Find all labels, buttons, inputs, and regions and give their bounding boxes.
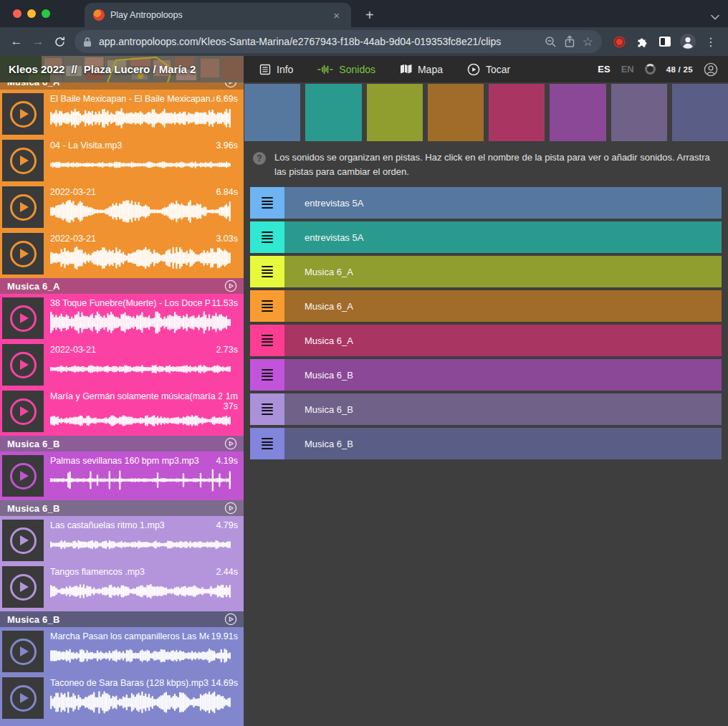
clip-play-button[interactable] (2, 520, 44, 561)
play-section-icon[interactable] (224, 437, 237, 450)
browser-menu-icon[interactable]: ⋮ (699, 30, 722, 53)
new-tab-button[interactable]: + (361, 8, 378, 22)
clip-duration: 14.69s (211, 678, 238, 688)
track-name-button[interactable]: Musica 6_B (284, 393, 722, 425)
track-row[interactable]: Musica 6_A (250, 256, 722, 287)
forward-button[interactable]: → (27, 31, 49, 52)
drag-handle-icon[interactable] (250, 359, 284, 391)
breadcrumb-project[interactable]: Kleos 2022 (9, 63, 64, 75)
bookmark-star-icon[interactable]: ☆ (583, 36, 593, 48)
clip-play-button[interactable] (2, 233, 44, 274)
play-circle-icon (467, 63, 480, 76)
clip[interactable]: 2022-03-21 6.84s (2, 185, 241, 229)
track-swatch[interactable] (367, 84, 423, 141)
clip[interactable]: 04 - La Visita.mp3 3.96s (2, 138, 241, 183)
track-swatch[interactable] (428, 84, 484, 141)
track-row[interactable]: Musica 6_A (250, 325, 722, 356)
clip[interactable]: 2022-03-21 3.03s (2, 231, 241, 276)
clip[interactable]: Palmas sevillanas 160 bpm mp3.mp3 4.19s (2, 454, 241, 498)
track-name-button[interactable]: Musica 6_A (284, 325, 722, 356)
zoom-out-icon[interactable] (545, 36, 557, 48)
track-swatch[interactable] (611, 84, 667, 141)
clip-name: 2022-03-21 (50, 234, 214, 244)
nav-sonidos[interactable]: Sonidos (317, 64, 375, 75)
track-name-button[interactable]: Musica 6_A (284, 256, 722, 287)
clip-play-button[interactable] (2, 677, 44, 719)
lang-en-button[interactable]: EN (621, 64, 634, 75)
clip-play-button[interactable] (2, 631, 44, 672)
track-section-header[interactable]: Musica 6_A (0, 82, 244, 90)
track-name-button[interactable]: Musica 6_B (284, 428, 722, 459)
track-swatch[interactable] (550, 84, 605, 141)
section-musica-6b-periwinkle: Musica 6_B Marcha Pasan los campanillero… (0, 611, 244, 726)
clip-play-button[interactable] (2, 93, 44, 135)
address-bar[interactable]: app.antropoloops.com/Kleos-Santa-Marina/… (75, 30, 602, 53)
track-row[interactable]: entrevistas 5A (250, 221, 722, 253)
track-row[interactable]: Musica 6_A (250, 290, 722, 322)
nav-tocar[interactable]: Tocar (467, 63, 510, 76)
tab-search-chevron-icon[interactable] (711, 10, 719, 23)
drag-handle-icon[interactable] (250, 221, 284, 253)
play-section-icon[interactable] (224, 613, 237, 626)
clip-play-button[interactable] (2, 455, 44, 497)
clip-play-button[interactable] (2, 566, 44, 608)
play-section-icon[interactable] (224, 280, 237, 292)
play-section-icon[interactable] (224, 82, 237, 88)
track-name-button[interactable]: entrevistas 5A (284, 221, 722, 253)
clip[interactable]: El Baile Mexicapan - El Baile Mexicapan.… (2, 92, 241, 136)
clip-play-button[interactable] (2, 186, 44, 228)
track-row[interactable]: Musica 6_B (250, 393, 722, 425)
play-section-icon[interactable] (224, 502, 237, 515)
reload-button[interactable] (49, 31, 70, 52)
track-row[interactable]: entrevistas 5A (250, 187, 722, 219)
track-swatch[interactable] (305, 84, 361, 141)
track-swatch[interactable] (672, 84, 728, 141)
back-button[interactable]: ← (6, 31, 27, 52)
drag-handle-icon[interactable] (250, 256, 284, 287)
track-section-header[interactable]: Musica 6_B (0, 611, 244, 627)
close-window-button[interactable] (13, 9, 21, 18)
extensions-puzzle-icon[interactable] (631, 30, 653, 53)
nav-info[interactable]: Info (259, 64, 293, 75)
tracks-panel: ? Los sonidos se organizan en pistas. Ha… (244, 82, 728, 726)
track-section-title: Musica 6_B (7, 439, 60, 449)
nav-mapa[interactable]: Mapa (400, 64, 443, 75)
track-name-button[interactable]: Musica 6_B (284, 359, 722, 391)
lang-es-button[interactable]: ES (598, 64, 610, 75)
recording-indicator-icon[interactable] (608, 30, 631, 53)
clip[interactable]: 38 Toque Funebre(Muerte) - Los Doce Par.… (2, 296, 241, 340)
clip[interactable]: Marcha Pasan los campanilleros Las Mejor… (2, 629, 241, 674)
clip-play-button[interactable] (2, 297, 44, 339)
minimize-window-button[interactable] (27, 9, 36, 18)
track-name-button[interactable]: Musica 6_A (284, 290, 722, 322)
clip-play-button[interactable] (2, 344, 44, 386)
zoom-window-button[interactable] (42, 9, 50, 18)
track-section-header[interactable]: Musica 6_A (0, 278, 244, 294)
clip[interactable]: María y Germán solamente música(maría 2.… (2, 389, 241, 434)
clip[interactable]: 2022-03-21 2.73s (2, 343, 241, 387)
drag-handle-icon[interactable] (250, 325, 284, 356)
track-swatch[interactable] (244, 84, 300, 141)
clip[interactable]: Tangos flamencos .mp3 2.44s (2, 565, 241, 609)
track-name-button[interactable]: entrevistas 5A (284, 187, 722, 219)
account-icon[interactable] (704, 62, 718, 77)
track-section-header[interactable]: Musica 6_B (0, 436, 244, 452)
drag-handle-icon[interactable] (250, 393, 284, 425)
drag-handle-icon[interactable] (250, 428, 284, 459)
drag-handle-icon[interactable] (250, 187, 284, 219)
share-icon[interactable] (564, 35, 575, 48)
track-section-header[interactable]: Musica 6_B (0, 500, 244, 516)
side-panel-icon[interactable] (653, 30, 676, 53)
clip-play-button[interactable] (2, 140, 44, 181)
clip[interactable]: Taconeo de Sara Baras (128 kbps).mp3 14.… (2, 676, 241, 720)
track-row[interactable]: Musica 6_B (250, 359, 722, 391)
map-thumbnail[interactable]: Kleos 2022 // Plaza Lucero / María 2 (0, 56, 244, 82)
tab-close-icon[interactable]: × (330, 9, 343, 22)
clip[interactable]: Las castañuelas ritmo 1.mp3 4.79s (2, 518, 241, 563)
browser-tab[interactable]: Play Antropoloops × (85, 3, 351, 27)
track-row[interactable]: Musica 6_B (250, 428, 722, 459)
drag-handle-icon[interactable] (250, 290, 284, 322)
track-swatch[interactable] (489, 84, 545, 141)
clip-play-button[interactable] (2, 391, 44, 432)
profile-avatar[interactable] (676, 30, 699, 53)
